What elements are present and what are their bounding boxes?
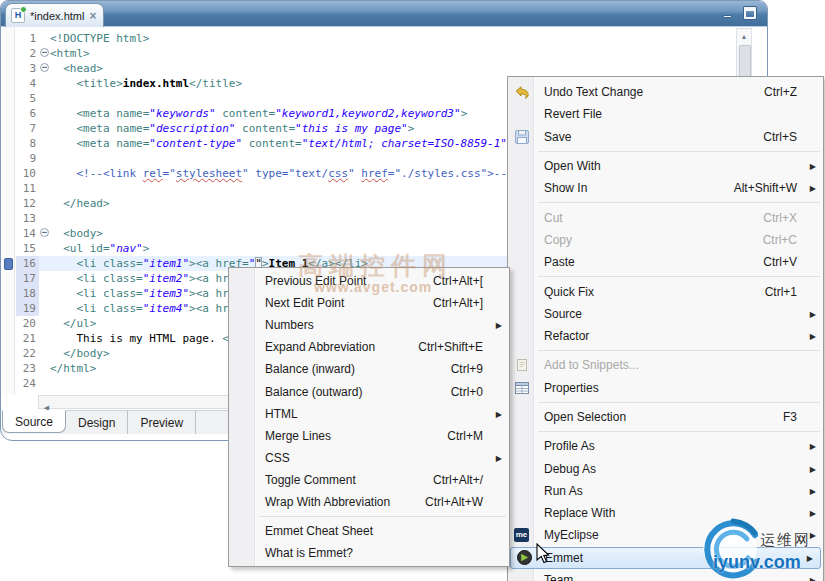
line-number-12: 12 bbox=[16, 196, 39, 211]
code-line-2[interactable]: <html> bbox=[39, 46, 736, 61]
menu-item-run-as[interactable]: Run As▶ bbox=[508, 480, 823, 502]
menu-item-html[interactable]: HTML▶ bbox=[229, 403, 509, 425]
menu-item-copy[interactable]: CopyCtrl+C bbox=[508, 229, 823, 251]
menu-separator bbox=[538, 202, 820, 203]
menu-item-paste[interactable]: PasteCtrl+V bbox=[508, 251, 823, 273]
submenu-arrow-icon: ▶ bbox=[810, 509, 816, 518]
emmet-submenu: Previous Edit PointCtrl+Alt+[Next Edit P… bbox=[228, 267, 510, 567]
menu-item-refactor[interactable]: Refactor▶ bbox=[508, 325, 823, 347]
code-line-3[interactable]: <head> bbox=[39, 61, 736, 76]
line-number-19: 19 bbox=[16, 301, 39, 316]
menu-item-label: Replace With bbox=[544, 506, 797, 520]
menu-item-source[interactable]: Source▶ bbox=[508, 303, 823, 325]
line-number-5: 5 bbox=[16, 91, 39, 106]
menu-item-balance-outward[interactable]: Balance (outward)Ctrl+0 bbox=[229, 380, 509, 402]
submenu-arrow-icon: ▶ bbox=[496, 453, 502, 462]
menu-item-wrap-with-abbreviation[interactable]: Wrap With AbbreviationCtrl+Alt+W bbox=[229, 491, 509, 513]
close-icon[interactable]: × bbox=[89, 11, 96, 21]
minimize-icon[interactable] bbox=[723, 15, 732, 18]
menu-item-label: Refactor bbox=[544, 329, 797, 343]
undo-icon bbox=[512, 84, 531, 100]
menu-item-debug-as[interactable]: Debug As▶ bbox=[508, 457, 823, 479]
menu-item-label: Previous Edit Point bbox=[265, 274, 415, 288]
line-number-3: 3 bbox=[16, 61, 39, 76]
menu-item-balance-inward[interactable]: Balance (inward)Ctrl+9 bbox=[229, 358, 509, 380]
menu-item-label: Next Edit Point bbox=[265, 296, 415, 310]
tab-index-html[interactable]: H *index.html × bbox=[5, 3, 104, 27]
line-number-1: 1 bbox=[16, 31, 39, 46]
menu-item-shortcut: Ctrl+Alt+W bbox=[425, 495, 483, 509]
save-icon bbox=[512, 129, 531, 145]
line-number-ruler: 123456789101112131415161718192021222324 bbox=[16, 31, 39, 391]
maximize-icon[interactable] bbox=[744, 7, 756, 19]
menu-item-profile-as[interactable]: Profile As▶ bbox=[508, 435, 823, 457]
menu-item-what-is-emmet[interactable]: What is Emmet? bbox=[229, 542, 509, 564]
menu-item-emmet[interactable]: Emmet▶ bbox=[510, 547, 821, 569]
menu-item-label: Run As bbox=[544, 484, 797, 498]
mode-tab-source[interactable]: Source bbox=[2, 410, 66, 433]
menu-item-quick-fix[interactable]: Quick FixCtrl+1 bbox=[508, 280, 823, 302]
menu-separator bbox=[259, 516, 506, 517]
code-line-1[interactable]: <!DOCTYPE html> bbox=[39, 31, 736, 46]
menu-item-team[interactable]: Team▶ bbox=[508, 569, 823, 581]
menu-item-previous-edit-point[interactable]: Previous Edit PointCtrl+Alt+[ bbox=[229, 270, 509, 292]
line-number-20: 20 bbox=[16, 316, 39, 331]
menu-item-next-edit-point[interactable]: Next Edit PointCtrl+Alt+] bbox=[229, 292, 509, 314]
submenu-arrow-icon: ▶ bbox=[810, 442, 816, 451]
menu-item-numbers[interactable]: Numbers▶ bbox=[229, 314, 509, 336]
menu-separator bbox=[538, 431, 820, 432]
menu-item-show-in[interactable]: Show InAlt+Shift+W▶ bbox=[508, 177, 823, 199]
line-number-11: 11 bbox=[16, 181, 39, 196]
menu-item-shortcut: Ctrl+S bbox=[763, 130, 797, 144]
menu-item-expand-abbreviation[interactable]: Expand AbbreviationCtrl+Shift+E bbox=[229, 336, 509, 358]
menu-item-label: Cut bbox=[544, 211, 745, 225]
myeclipse-icon: me bbox=[512, 527, 531, 543]
menu-item-label: Merge Lines bbox=[265, 429, 429, 443]
menu-item-open-selection[interactable]: Open SelectionF3 bbox=[508, 406, 823, 428]
menu-item-merge-lines[interactable]: Merge LinesCtrl+M bbox=[229, 425, 509, 447]
properties-icon bbox=[512, 380, 531, 396]
line-number-9: 9 bbox=[16, 151, 39, 166]
menu-item-myeclipse[interactable]: meMyEclipse▶ bbox=[508, 524, 823, 546]
menu-item-cut[interactable]: CutCtrl+X bbox=[508, 206, 823, 228]
menu-item-toggle-comment[interactable]: Toggle CommentCtrl+Alt+/ bbox=[229, 469, 509, 491]
menu-item-shortcut: Ctrl+V bbox=[763, 255, 797, 269]
line-number-24: 24 bbox=[16, 376, 39, 391]
menu-item-label: Expand Abbreviation bbox=[265, 340, 400, 354]
menu-item-replace-with[interactable]: Replace With▶ bbox=[508, 502, 823, 524]
menu-item-label: Paste bbox=[544, 255, 745, 269]
line-number-17: 17 bbox=[16, 271, 39, 286]
menu-item-properties[interactable]: Properties bbox=[508, 377, 823, 399]
submenu-arrow-icon: ▶ bbox=[810, 162, 816, 171]
menu-item-shortcut: Ctrl+0 bbox=[451, 385, 483, 399]
line-number-18: 18 bbox=[16, 286, 39, 301]
submenu-arrow-icon: ▶ bbox=[496, 409, 502, 418]
menu-item-open-with[interactable]: Open With▶ bbox=[508, 155, 823, 177]
menu-item-add-to-snippets[interactable]: Add to Snippets... bbox=[508, 354, 823, 376]
menu-item-label: Wrap With Abbreviation bbox=[265, 495, 407, 509]
scroll-up-icon[interactable]: ▲ bbox=[737, 29, 751, 44]
menu-item-label: Add to Snippets... bbox=[544, 358, 797, 372]
menu-item-label: Open Selection bbox=[544, 410, 765, 424]
menu-item-revert-file[interactable]: Revert File bbox=[508, 103, 823, 125]
menu-item-shortcut: F3 bbox=[783, 410, 797, 424]
menu-item-label: Show In bbox=[544, 181, 716, 195]
menu-item-save[interactable]: SaveCtrl+S bbox=[508, 126, 823, 148]
menu-item-label: MyEclipse bbox=[544, 528, 797, 542]
menu-item-undo-text-change[interactable]: Undo Text ChangeCtrl+Z bbox=[508, 81, 823, 103]
line-number-22: 22 bbox=[16, 346, 39, 361]
menu-item-label: Save bbox=[544, 130, 745, 144]
menu-item-label: Balance (outward) bbox=[265, 385, 433, 399]
editor-tabstrip: H *index.html × bbox=[1, 1, 767, 27]
menu-separator bbox=[538, 151, 820, 152]
menu-item-css[interactable]: CSS▶ bbox=[229, 447, 509, 469]
submenu-arrow-icon: ▶ bbox=[810, 309, 816, 318]
menu-item-emmet-cheat-sheet[interactable]: Emmet Cheat Sheet bbox=[229, 520, 509, 542]
current-line-marker bbox=[4, 258, 13, 270]
mode-tab-design[interactable]: Design bbox=[66, 411, 128, 434]
line-number-23: 23 bbox=[16, 361, 39, 376]
line-number-16: 16 bbox=[16, 256, 39, 271]
menu-item-shortcut: Ctrl+1 bbox=[765, 285, 797, 299]
mode-tab-preview[interactable]: Preview bbox=[128, 411, 196, 434]
menu-item-label: What is Emmet? bbox=[265, 546, 483, 560]
